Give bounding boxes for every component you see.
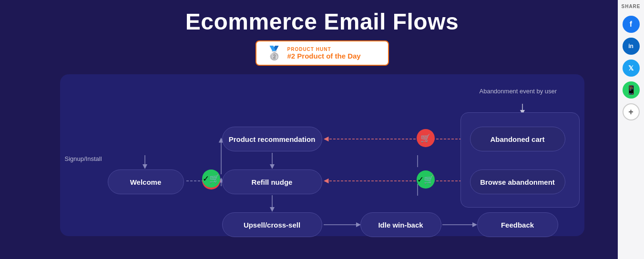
share-linkedin-button[interactable]: in [623,38,640,55]
share-facebook-button[interactable]: f [623,16,640,33]
refill-label: Refill nudge [252,178,293,186]
idle-label: Idle win-back [378,221,423,229]
abandonment-label: Abandonment event by user [480,88,557,95]
product-rec-node[interactable]: Product recommendation [222,127,322,151]
feedback-label: Feedback [501,221,534,229]
idle-node[interactable]: Idle win-back [360,212,441,237]
welcome-node[interactable]: Welcome [108,169,184,194]
feedback-node[interactable]: Feedback [477,212,558,237]
medal-icon: 🥈 [266,45,283,61]
product-rec-label: Product recommendation [229,135,316,143]
browse-abandonment-label: Browse abandonment [480,178,555,186]
cart-icon-red-2: 🛒 [417,129,435,147]
ph-text: PRODUCT HUNT #2 Product of the Day [287,47,361,60]
upsell-label: Upsell/cross-sell [244,221,300,229]
share-twitter-button[interactable]: 𝕏 [623,60,640,77]
abandoned-cart-label: Abandoned cart [490,135,544,143]
share-label: SHARE [621,4,640,9]
cart-icon-green-right: ✓🛒 [417,170,435,189]
ph-rank: #2 Product of the Day [287,52,361,60]
share-sidebar: SHARE f in 𝕏 📱 + [618,0,644,259]
share-whatsapp-button[interactable]: 📱 [623,81,640,99]
abandoned-cart-node[interactable]: Abandoned cart [470,127,565,151]
upsell-node[interactable]: Upsell/cross-sell [222,212,322,237]
signup-label: Signup/Install [65,155,102,162]
product-hunt-badge[interactable]: 🥈 PRODUCT HUNT #2 Product of the Day [256,40,389,66]
refill-node[interactable]: Refill nudge [222,169,322,194]
welcome-label: Welcome [130,178,162,186]
ph-label: PRODUCT HUNT [287,47,361,52]
page-title: Ecommerce Email Flows [0,0,644,35]
share-more-button[interactable]: + [623,103,640,120]
cart-icon-green-left: ✓🛒 [202,169,220,188]
browse-abandonment-node[interactable]: Browse abandonment [470,169,565,194]
flow-diagram: Abandonment event by user Signup/Install… [60,74,584,236]
